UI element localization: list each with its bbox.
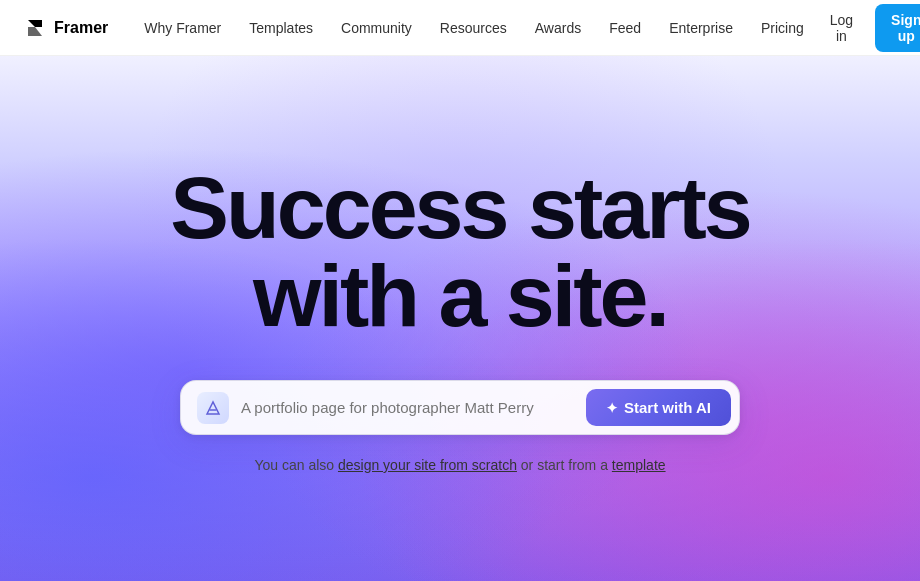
ai-icon <box>197 392 229 424</box>
nav-left: Framer Why Framer Templates Community Re… <box>24 14 816 42</box>
sub-text-middle: or start from a <box>521 457 612 473</box>
hero-title-line2: with a site. <box>253 246 667 345</box>
login-button[interactable]: Log in <box>816 5 867 51</box>
nav-link-enterprise[interactable]: Enterprise <box>657 14 745 42</box>
nav-right: Log in Sign up <box>816 4 920 52</box>
hero-subtext: You can also design your site from scrat… <box>254 457 665 473</box>
ai-search-bar: ✦ Start with AI <box>180 380 740 435</box>
navbar: Framer Why Framer Templates Community Re… <box>0 0 920 56</box>
design-from-scratch-link[interactable]: design your site from scratch <box>338 457 517 473</box>
start-ai-label: Start with AI <box>624 399 711 416</box>
hero-content: Success starts with a site. ✦ Start with… <box>130 164 789 473</box>
template-link[interactable]: template <box>612 457 666 473</box>
signup-button[interactable]: Sign up <box>875 4 920 52</box>
sparkle-icon: ✦ <box>606 400 618 416</box>
nav-link-why-framer[interactable]: Why Framer <box>132 14 233 42</box>
nav-link-pricing[interactable]: Pricing <box>749 14 816 42</box>
hero-title-line1: Success starts <box>170 158 749 257</box>
ai-logo-icon <box>204 399 222 417</box>
hero-title: Success starts with a site. <box>170 164 749 340</box>
framer-logo-icon <box>24 17 46 39</box>
sub-text-prefix: You can also <box>254 457 338 473</box>
brand-logo[interactable]: Framer <box>24 17 108 39</box>
nav-link-resources[interactable]: Resources <box>428 14 519 42</box>
nav-link-feed[interactable]: Feed <box>597 14 653 42</box>
start-ai-button[interactable]: ✦ Start with AI <box>586 389 731 426</box>
hero-section: Success starts with a site. ✦ Start with… <box>0 56 920 581</box>
nav-link-community[interactable]: Community <box>329 14 424 42</box>
nav-link-awards[interactable]: Awards <box>523 14 593 42</box>
nav-link-templates[interactable]: Templates <box>237 14 325 42</box>
ai-prompt-input[interactable] <box>241 399 586 416</box>
brand-name: Framer <box>54 19 108 37</box>
nav-links: Why Framer Templates Community Resources… <box>132 14 816 42</box>
